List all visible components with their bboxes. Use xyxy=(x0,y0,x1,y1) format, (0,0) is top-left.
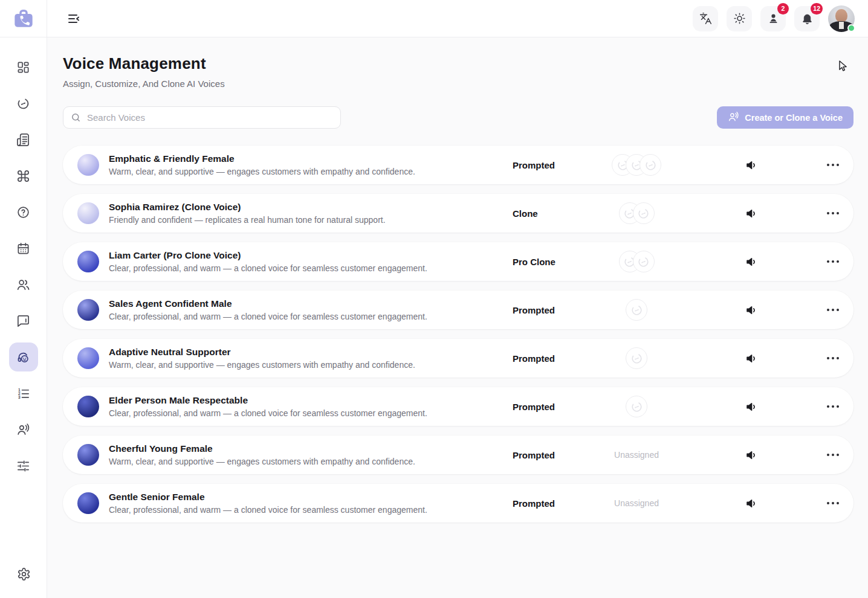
calendar-icon xyxy=(16,242,30,256)
assigned-agents: Unassigned xyxy=(591,450,682,460)
sidebar-item-command[interactable] xyxy=(9,161,38,190)
sidebar-item-help[interactable] xyxy=(9,198,38,227)
sidebar-item-chat[interactable] xyxy=(9,306,38,335)
assigned-agent-badge xyxy=(640,154,661,176)
row-menu-button[interactable] xyxy=(821,443,845,467)
agent-bot-icon xyxy=(630,352,643,365)
voice-row[interactable]: Sales Agent Confident Male Clear, profes… xyxy=(63,291,853,329)
sidebar-item-calendar[interactable] xyxy=(9,234,38,263)
speaker-icon xyxy=(745,449,758,461)
sidebar-item-sliders[interactable] xyxy=(9,451,38,480)
sidebar-item-support-headset[interactable] xyxy=(9,342,38,371)
sidebar-item-dashboard[interactable] xyxy=(9,53,38,82)
row-menu-button[interactable] xyxy=(821,249,845,274)
voice-avatar xyxy=(77,492,99,514)
play-voice-button[interactable] xyxy=(739,443,763,467)
speaker-icon xyxy=(745,497,758,510)
voice-row[interactable]: Gentle Senior Female Clear, professional… xyxy=(63,484,853,522)
language-button[interactable] xyxy=(693,6,718,31)
voice-name: Sales Agent Confident Male xyxy=(109,298,513,309)
voice-type-label: Prompted xyxy=(513,160,591,170)
voice-type-label: Pro Clone xyxy=(513,257,591,267)
speaker-icon xyxy=(745,352,758,365)
play-voice-button[interactable] xyxy=(739,201,763,225)
assigned-agent-badge xyxy=(633,202,655,224)
voice-info: Sales Agent Confident Male Clear, profes… xyxy=(109,298,513,321)
theme-button[interactable] xyxy=(727,6,752,31)
sidebar-item-news[interactable] xyxy=(9,125,38,154)
row-menu-button[interactable] xyxy=(821,298,845,322)
ellipsis-icon xyxy=(827,260,840,263)
sidebar-item-ordered-list[interactable]: 123 xyxy=(9,379,38,408)
voice-name: Elder Person Male Respectable xyxy=(109,395,513,406)
ellipsis-icon xyxy=(827,309,840,312)
voice-row[interactable]: Sophia Ramirez (Clone Voice) Friendly an… xyxy=(63,194,853,233)
voice-type-label: Clone xyxy=(513,208,591,219)
play-voice-button[interactable] xyxy=(739,491,763,515)
voice-avatar xyxy=(77,444,99,466)
agent-bot-icon xyxy=(630,400,643,413)
voice-info: Liam Carter (Pro Clone Voice) Clear, pro… xyxy=(109,250,513,273)
row-menu-button[interactable] xyxy=(821,346,845,370)
collapse-sidebar-button[interactable] xyxy=(63,8,85,30)
voice-avatar xyxy=(77,396,99,417)
voice-type-label: Prompted xyxy=(513,305,591,315)
sidebar-item-users[interactable] xyxy=(9,270,38,299)
profile-button[interactable]: 2 xyxy=(760,6,786,31)
voice-type-label: Prompted xyxy=(513,498,591,509)
news-icon xyxy=(16,133,30,147)
sidebar: 123 xyxy=(0,0,47,598)
speaker-icon xyxy=(745,256,758,268)
user-avatar[interactable] xyxy=(828,5,855,32)
row-menu-button[interactable] xyxy=(821,394,845,419)
assigned-agent-badge xyxy=(626,299,647,321)
page-title: Voice Management xyxy=(63,54,853,73)
app-logo[interactable] xyxy=(0,0,47,37)
voice-name: Gentle Senior Female xyxy=(109,492,513,503)
create-or-clone-voice-button[interactable]: Create or Clone a Voice xyxy=(717,106,853,129)
play-voice-button[interactable] xyxy=(739,394,763,419)
sidebar-item-settings-gear[interactable] xyxy=(9,559,38,588)
voice-row[interactable]: Liam Carter (Pro Clone Voice) Clear, pro… xyxy=(63,242,853,281)
voice-name: Cheerful Young Female xyxy=(109,443,513,454)
voice-row[interactable]: Cheerful Young Female Warm, clear, and s… xyxy=(63,436,853,474)
voice-over-icon xyxy=(728,111,739,124)
ellipsis-icon xyxy=(827,357,840,360)
voice-row[interactable]: Emphatic & Friendly Female Warm, clear, … xyxy=(63,146,853,184)
row-menu-button[interactable] xyxy=(821,491,845,515)
agent-bot-icon xyxy=(16,97,30,111)
toolbar: Create or Clone a Voice xyxy=(63,106,853,129)
notifications-button[interactable]: 12 xyxy=(794,6,820,31)
chat-icon xyxy=(16,314,30,328)
voice-row[interactable]: Elder Person Male Respectable Clear, pro… xyxy=(63,387,853,426)
voice-name: Sophia Ramirez (Clone Voice) xyxy=(109,202,513,213)
topbar: 212 xyxy=(47,0,868,37)
ellipsis-icon xyxy=(827,454,840,457)
play-voice-button[interactable] xyxy=(739,153,763,177)
play-voice-button[interactable] xyxy=(739,249,763,274)
ellipsis-icon xyxy=(827,164,840,167)
play-voice-button[interactable] xyxy=(739,346,763,370)
voice-name: Liam Carter (Pro Clone Voice) xyxy=(109,250,513,261)
voice-name: Adaptive Neutral Supporter xyxy=(109,347,513,358)
languages-icon xyxy=(699,12,712,25)
voice-name: Emphatic & Friendly Female xyxy=(109,153,513,164)
play-voice-button[interactable] xyxy=(739,298,763,322)
assigned-agents xyxy=(591,396,682,417)
voice-description: Clear, professional, and warm — a cloned… xyxy=(109,263,513,273)
sidebar-item-agent-bot[interactable] xyxy=(9,89,38,118)
search-input[interactable] xyxy=(63,106,341,129)
row-menu-button[interactable] xyxy=(821,153,845,177)
main-content: Voice Management Assign, Customize, And … xyxy=(47,37,868,598)
voice-info: Cheerful Young Female Warm, clear, and s… xyxy=(109,443,513,466)
sidebar-item-voice-over[interactable] xyxy=(9,415,38,444)
help-icon xyxy=(16,205,30,219)
assigned-agents xyxy=(591,347,682,369)
briefcase-phone-icon xyxy=(11,7,36,31)
assigned-agents xyxy=(591,299,682,321)
agent-bot-icon xyxy=(637,256,650,268)
voice-row[interactable]: Adaptive Neutral Supporter Warm, clear, … xyxy=(63,339,853,378)
agent-bot-icon xyxy=(644,159,657,172)
row-menu-button[interactable] xyxy=(821,201,845,225)
assigned-agents xyxy=(591,154,682,176)
